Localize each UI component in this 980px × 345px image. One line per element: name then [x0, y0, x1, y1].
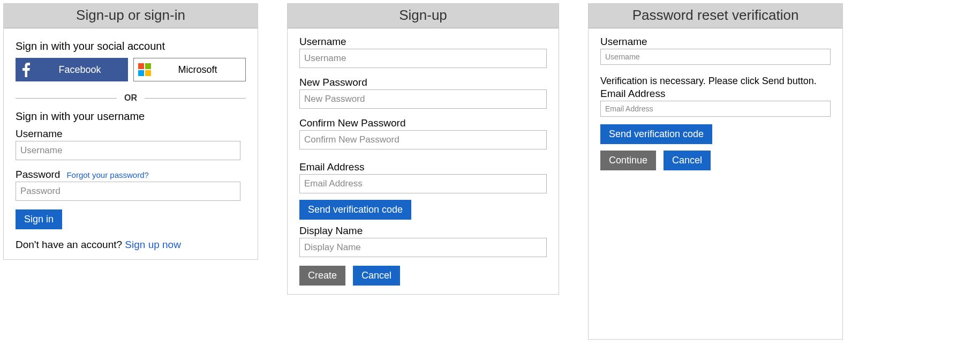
svg-rect-0 — [138, 63, 144, 69]
forgot-password-link[interactable]: Forgot your password? — [66, 170, 148, 179]
reset-email-input[interactable] — [600, 101, 831, 117]
password-input[interactable] — [16, 182, 240, 201]
new-password-label: New Password — [299, 77, 547, 88]
signup-cancel-button[interactable]: Cancel — [353, 266, 400, 286]
signup-send-code-button[interactable]: Send verification code — [299, 200, 411, 220]
social-signin-heading: Sign in with your social account — [16, 40, 246, 52]
signin-panel: Sign-up or sign-in Sign in with your soc… — [3, 3, 258, 260]
display-name-input[interactable] — [299, 238, 547, 257]
reset-cancel-button[interactable]: Cancel — [664, 151, 711, 170]
continue-button[interactable]: Continue — [600, 151, 656, 170]
create-button[interactable]: Create — [299, 266, 345, 286]
svg-rect-1 — [145, 63, 151, 69]
microsoft-button-label: Microsoft — [155, 64, 245, 76]
display-name-label: Display Name — [299, 225, 547, 237]
confirm-password-label: Confirm New Password — [299, 117, 547, 129]
signup-username-input[interactable] — [299, 49, 547, 68]
local-signin-heading: Sign in with your username — [16, 110, 246, 123]
signup-email-label: Email Address — [299, 161, 547, 173]
svg-rect-2 — [138, 70, 144, 76]
reset-send-code-button[interactable]: Send verification code — [600, 124, 712, 144]
password-label: Password — [16, 169, 60, 181]
password-reset-panel: Password reset verification Username Ver… — [588, 3, 843, 340]
signup-username-label: Username — [299, 36, 547, 48]
reset-panel-title: Password reset verification — [589, 4, 842, 28]
or-divider-text: OR — [117, 93, 145, 103]
signup-panel: Sign-up Username New Password Confirm Ne… — [287, 3, 559, 295]
or-divider: OR — [16, 93, 246, 103]
reset-username-label: Username — [600, 36, 831, 48]
confirm-password-input[interactable] — [299, 130, 547, 149]
reset-email-label: Email Address — [600, 88, 831, 100]
reset-username-input[interactable] — [600, 49, 831, 65]
svg-rect-3 — [145, 70, 151, 76]
signup-panel-title: Sign-up — [288, 4, 559, 28]
verification-info-text: Verification is necessary. Please click … — [600, 76, 831, 87]
signup-now-link[interactable]: Sign up now — [125, 239, 181, 250]
username-input[interactable] — [16, 141, 240, 160]
signup-email-input[interactable] — [299, 174, 547, 193]
microsoft-signin-button[interactable]: Microsoft — [133, 58, 246, 81]
facebook-icon — [16, 58, 37, 81]
microsoft-icon — [134, 58, 155, 81]
signin-button[interactable]: Sign in — [16, 209, 62, 229]
username-label: Username — [16, 128, 246, 140]
facebook-signin-button[interactable]: Facebook — [16, 58, 128, 81]
signup-prompt: Don't have an account? Sign up now — [16, 239, 246, 251]
new-password-input[interactable] — [299, 89, 547, 109]
facebook-button-label: Facebook — [37, 64, 128, 76]
signin-panel-title: Sign-up or sign-in — [4, 4, 258, 28]
no-account-text: Don't have an account? — [16, 239, 125, 250]
